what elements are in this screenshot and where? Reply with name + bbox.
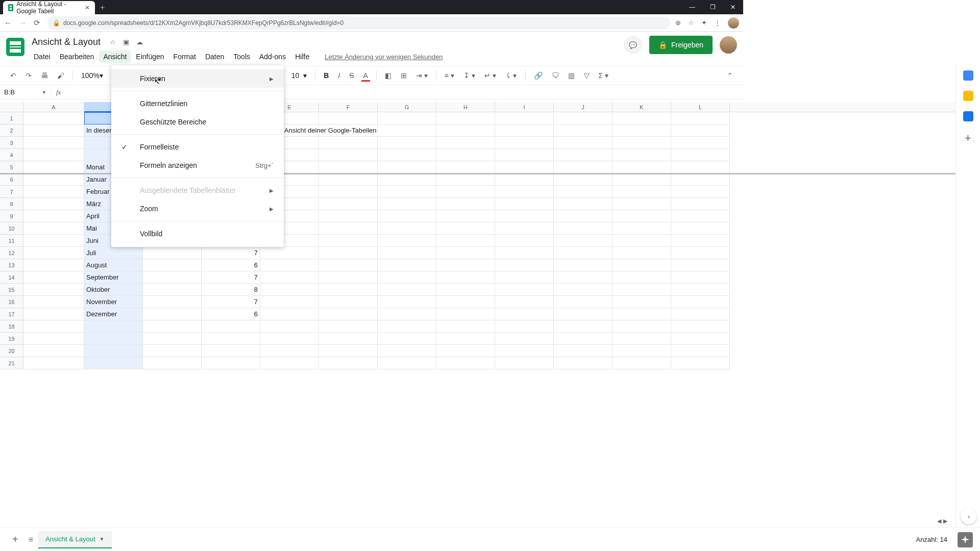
cell[interactable] bbox=[23, 308, 84, 320]
cell[interactable] bbox=[671, 259, 730, 271]
cell[interactable] bbox=[436, 112, 495, 124]
cell[interactable] bbox=[495, 173, 554, 186]
cell[interactable] bbox=[495, 210, 554, 222]
cell[interactable] bbox=[436, 210, 495, 222]
cell[interactable] bbox=[436, 124, 495, 137]
row-header[interactable]: 1 bbox=[0, 112, 23, 124]
cell[interactable] bbox=[612, 173, 671, 186]
cell[interactable] bbox=[436, 149, 495, 161]
cell[interactable] bbox=[612, 271, 671, 284]
doc-title[interactable]: Ansicht & Layout bbox=[30, 36, 103, 48]
cell[interactable] bbox=[84, 333, 143, 345]
cell[interactable] bbox=[378, 284, 436, 296]
cell[interactable] bbox=[378, 210, 436, 222]
cell[interactable] bbox=[671, 345, 730, 357]
cell[interactable] bbox=[495, 357, 554, 369]
cell[interactable] bbox=[23, 296, 84, 308]
menu-data[interactable]: Daten bbox=[201, 51, 228, 63]
row-header[interactable]: 18 bbox=[0, 320, 23, 333]
cell[interactable] bbox=[495, 333, 554, 345]
chrome-menu-icon[interactable]: ⋮ bbox=[714, 19, 721, 27]
cell[interactable] bbox=[495, 235, 554, 247]
row-header[interactable]: 10 bbox=[0, 222, 23, 235]
cell[interactable] bbox=[260, 308, 319, 320]
cell[interactable] bbox=[143, 259, 202, 271]
cell[interactable] bbox=[378, 247, 436, 259]
cell[interactable] bbox=[319, 198, 378, 210]
cell[interactable] bbox=[612, 161, 671, 173]
cell[interactable] bbox=[378, 320, 436, 333]
cell[interactable] bbox=[671, 320, 730, 333]
cell[interactable]: 6 bbox=[202, 308, 260, 320]
comment-icon[interactable]: 🗨 bbox=[549, 69, 562, 82]
cell[interactable] bbox=[436, 284, 495, 296]
cell[interactable] bbox=[260, 320, 319, 333]
merge-icon[interactable]: ⇥ ▾ bbox=[413, 69, 431, 82]
cell[interactable] bbox=[143, 308, 202, 320]
row-header[interactable]: 7 bbox=[0, 186, 23, 198]
column-header[interactable]: J bbox=[554, 102, 612, 112]
row-header[interactable]: 9 bbox=[0, 210, 23, 222]
cell[interactable] bbox=[671, 284, 730, 296]
cell[interactable] bbox=[554, 124, 612, 137]
menu-item-zoom[interactable]: Zoom ▶ bbox=[111, 199, 284, 218]
cell[interactable] bbox=[378, 161, 436, 173]
nav-reload-icon[interactable]: ⟳ bbox=[34, 18, 40, 28]
cell[interactable] bbox=[378, 235, 436, 247]
cell[interactable] bbox=[554, 198, 612, 210]
valign-icon[interactable]: ↧ ▾ bbox=[460, 69, 478, 82]
cell[interactable] bbox=[319, 149, 378, 161]
name-box[interactable]: B:B ▼ bbox=[0, 85, 51, 99]
fill-color-icon[interactable]: ◧ bbox=[382, 69, 395, 82]
cell[interactable] bbox=[319, 308, 378, 320]
cell[interactable]: Oktober bbox=[84, 284, 143, 296]
cell[interactable] bbox=[612, 222, 671, 235]
column-header[interactable]: L bbox=[671, 102, 730, 112]
cell[interactable] bbox=[495, 198, 554, 210]
menu-tools[interactable]: Tools bbox=[229, 51, 254, 63]
cell[interactable] bbox=[143, 320, 202, 333]
cell[interactable] bbox=[143, 247, 202, 259]
menu-addons[interactable]: Add-ons bbox=[255, 51, 290, 63]
zoom-select[interactable]: 100% ▾ bbox=[78, 69, 106, 82]
cell[interactable]: 8 bbox=[202, 284, 260, 296]
bookmark-icon[interactable]: ☆ bbox=[688, 19, 694, 27]
menu-item-gridlines[interactable]: Gitternetzlinien bbox=[111, 94, 284, 113]
cell[interactable] bbox=[612, 137, 671, 149]
cell[interactable] bbox=[260, 271, 319, 284]
rotate-icon[interactable]: ⤹ ▾ bbox=[502, 69, 520, 82]
cell[interactable] bbox=[612, 259, 671, 271]
cell[interactable] bbox=[84, 357, 143, 369]
cell[interactable] bbox=[612, 124, 671, 137]
undo-icon[interactable]: ↶ bbox=[7, 69, 19, 82]
cell[interactable] bbox=[495, 296, 554, 308]
cell[interactable] bbox=[23, 271, 84, 284]
cell[interactable] bbox=[671, 296, 730, 308]
cell[interactable] bbox=[143, 296, 202, 308]
cell[interactable] bbox=[554, 345, 612, 357]
cell[interactable] bbox=[495, 308, 554, 320]
cell[interactable] bbox=[378, 173, 436, 186]
nav-back-icon[interactable]: ← bbox=[4, 18, 12, 27]
new-tab-button[interactable]: + bbox=[95, 3, 110, 14]
cell[interactable] bbox=[495, 124, 554, 137]
cell[interactable] bbox=[612, 296, 671, 308]
window-close-icon[interactable]: ✕ bbox=[723, 0, 743, 14]
cell[interactable] bbox=[23, 357, 84, 369]
cell[interactable] bbox=[436, 161, 495, 173]
cell[interactable] bbox=[23, 149, 84, 161]
cell[interactable] bbox=[319, 235, 378, 247]
cell[interactable] bbox=[319, 345, 378, 357]
print-icon[interactable]: 🖶 bbox=[38, 69, 51, 82]
cell[interactable] bbox=[671, 149, 730, 161]
cell[interactable]: August bbox=[84, 259, 143, 271]
cell[interactable] bbox=[554, 308, 612, 320]
account-avatar[interactable] bbox=[720, 36, 737, 54]
text-color-icon[interactable]: A bbox=[360, 69, 371, 82]
address-bar[interactable]: 🔒 docs.google.com/spreadsheets/d/12KXm2A… bbox=[47, 16, 670, 30]
cell[interactable] bbox=[554, 247, 612, 259]
cell[interactable] bbox=[319, 222, 378, 235]
cell[interactable]: November bbox=[84, 296, 143, 308]
halign-icon[interactable]: ≡ ▾ bbox=[442, 69, 457, 82]
borders-icon[interactable]: ⊞ bbox=[398, 69, 410, 82]
